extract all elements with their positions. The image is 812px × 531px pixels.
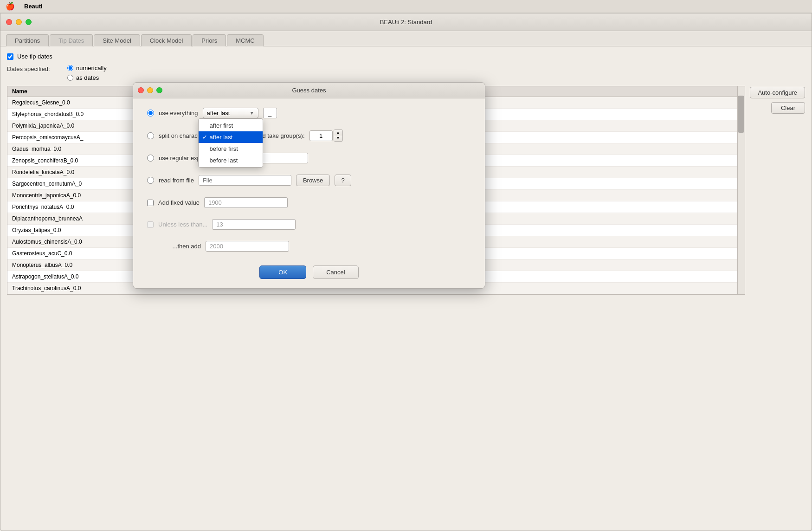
title-bar: BEAUti 2: Standard [0,13,812,31]
app-name: Beauti [24,3,43,10]
ok-button[interactable]: OK [259,266,306,279]
dropdown-item-after-first[interactable]: after first [199,120,263,131]
regex-row: use regular expression [147,153,471,163]
tab-partitions[interactable]: Partitions [6,34,49,46]
help-button[interactable]: ? [335,175,351,186]
tab-tip-dates[interactable]: Tip Dates [50,34,93,46]
split-on-char-radio[interactable] [147,132,154,139]
zoom-button[interactable] [26,19,32,25]
minimize-button[interactable] [16,19,22,25]
use-everything-radio[interactable] [147,110,154,117]
auto-configure-button[interactable]: Auto-configure [750,87,805,98]
add-fixed-value-label: Add fixed value [158,199,200,206]
read-from-file-radio[interactable] [147,177,154,184]
dropdown-item-after-last[interactable]: after last [199,131,263,143]
then-add-row: ...then add [147,241,471,252]
stepper-group: ▲ ▼ [309,130,343,142]
dropdown-arrow-icon: ▼ [250,110,254,116]
apple-menu[interactable]: 🍎 [6,2,15,11]
scrollbar-thumb[interactable] [738,96,744,133]
dropdown-menu: after first after last before first befo… [198,118,263,168]
dropdown-selected-value: after last [207,110,230,117]
tab-mcmc[interactable]: MCMC [227,34,263,46]
dropdown-trigger[interactable]: after last ▼ [203,108,258,118]
guess-dates-dialog: Guess dates use everything after last ▼ … [133,82,485,289]
tab-clock-model[interactable]: Clock Model [141,34,192,46]
dates-radio-group: numerically as dates [67,65,107,81]
menu-bar: 🍎 Beauti [0,0,812,13]
add-fixed-value-row: Add fixed value [147,197,471,208]
dropdown-item-before-first[interactable]: before first [199,143,263,155]
use-tip-dates-checkbox[interactable] [7,53,13,60]
tab-bar: Partitions Tip Dates Site Model Clock Mo… [0,31,812,46]
modal-zoom-button[interactable] [156,87,162,93]
main-window: BEAUti 2: Standard Partitions Tip Dates … [0,13,812,531]
radio-date-row: as dates [67,74,107,81]
radio-date[interactable] [67,75,73,81]
traffic-lights [6,19,32,25]
tab-priors[interactable]: Priors [193,34,226,46]
scrollbar[interactable] [738,86,745,295]
modal-title: Guess dates [292,87,326,94]
separator-field[interactable] [263,108,277,118]
then-add-input[interactable] [206,241,289,252]
add-fixed-value-checkbox[interactable] [147,200,154,206]
read-from-file-row: read from file Browse ? [147,175,471,186]
stepper-controls: ▲ ▼ [334,130,343,142]
modal-close-button[interactable] [138,87,144,93]
radio-numeric-label: numerically [76,65,107,71]
use-tip-dates-label: Use tip dates [17,53,52,60]
group-stepper-input[interactable] [309,130,333,141]
unless-value-input[interactable] [212,219,296,230]
fixed-value-input[interactable] [204,197,288,208]
split-on-char-row: split on character and take group(s): ▲ … [147,130,471,142]
close-button[interactable] [6,19,12,25]
use-tip-dates-row: Use tip dates [7,53,805,60]
dropdown-item-before-last[interactable]: before last [199,155,263,166]
unless-less-than-row: Unless less than... [147,219,471,230]
use-everything-row: use everything after last ▼ after first … [147,108,471,118]
file-path-input[interactable] [199,175,291,186]
radio-date-label: as dates [76,74,99,81]
read-from-file-label: read from file [159,177,194,184]
clear-button[interactable]: Clear [771,102,805,114]
after-last-dropdown[interactable]: after last ▼ after first after last befo… [203,108,258,118]
tab-site-model[interactable]: Site Model [94,34,140,46]
browse-button[interactable]: Browse [296,175,330,186]
dates-specified-row: Dates specified: numerically as dates [7,65,805,81]
stepper-up-button[interactable]: ▲ [334,130,342,136]
radio-numeric[interactable] [67,65,73,71]
cancel-button[interactable]: Cancel [313,266,358,279]
unless-less-than-checkbox[interactable] [147,221,154,228]
regex-radio[interactable] [147,155,154,162]
modal-minimize-button[interactable] [147,87,153,93]
stepper-down-button[interactable]: ▼ [334,136,342,141]
modal-body: use everything after last ▼ after first … [133,98,485,261]
radio-numeric-row: numerically [67,65,107,71]
modal-traffic-lights [138,87,162,93]
then-add-label: ...then add [164,243,201,250]
modal-title-bar: Guess dates [133,83,485,98]
dates-specified-label: Dates specified: [7,65,63,72]
use-everything-label: use everything [159,110,198,117]
unless-less-than-label: Unless less than... [158,221,207,228]
window-title: BEAUti 2: Standard [380,19,432,26]
and-take-groups-label: and take group(s): [256,132,305,139]
modal-footer: OK Cancel [133,261,485,288]
